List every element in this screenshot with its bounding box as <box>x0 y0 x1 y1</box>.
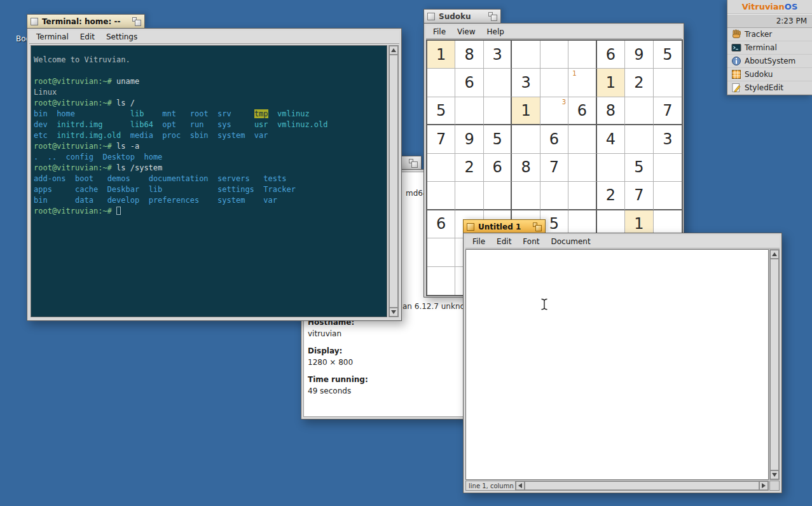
deskbar-menu[interactable]: VitruvianOS <box>727 0 812 14</box>
sudoku-cell-r3c5[interactable]: 3 <box>540 97 568 125</box>
sudoku-cell-r6c3[interactable] <box>484 182 512 210</box>
sudoku-cell-r5c6[interactable] <box>568 154 596 182</box>
sudoku-cell-r5c1[interactable] <box>427 154 455 182</box>
sudoku-cell-r4c4[interactable] <box>512 125 540 153</box>
sudoku-cell-r3c4[interactable]: 1 <box>512 97 540 125</box>
sudoku-menu-help[interactable]: Help <box>481 25 510 38</box>
scroll-right-button[interactable] <box>759 481 768 490</box>
sudoku-cell-r4c1[interactable]: 7 <box>427 125 455 153</box>
sudoku-cell-r5c3[interactable]: 6 <box>484 154 512 182</box>
sudoku-cell-r2c5[interactable] <box>540 69 568 97</box>
close-icon[interactable] <box>427 13 435 20</box>
sudoku-cell-r2c8[interactable]: 2 <box>625 69 653 97</box>
sudoku-cell-r1c6[interactable] <box>568 41 596 69</box>
sudoku-cell-r6c1[interactable] <box>427 182 455 210</box>
zoom-icon[interactable] <box>409 159 418 168</box>
stylededit-menu-edit[interactable]: Edit <box>491 235 517 248</box>
sudoku-cell-r8c1[interactable] <box>427 238 455 266</box>
scroll-up-button[interactable] <box>770 250 779 259</box>
sudoku-cell-r1c4[interactable] <box>512 41 540 69</box>
sudoku-cell-r5c4[interactable]: 8 <box>512 154 540 182</box>
sudoku-cell-r4c9[interactable]: 3 <box>654 125 682 153</box>
sudoku-cell-r1c8[interactable]: 9 <box>625 41 653 69</box>
terminal-view[interactable]: Welcome to Vitruvian. root@vitruvian:~# … <box>31 45 387 317</box>
sudoku-cell-r3c1[interactable]: 5 <box>427 97 455 125</box>
sudoku-cell-r2c9[interactable] <box>654 69 682 97</box>
scrollbar-thumb[interactable] <box>525 481 759 490</box>
sudoku-cell-r2c7[interactable]: 1 <box>597 69 625 97</box>
sudoku-cell-r3c2[interactable] <box>455 97 483 125</box>
scrollbar-thumb[interactable] <box>770 259 779 470</box>
stylededit-text-area[interactable] <box>465 249 769 480</box>
stylededit-vertical-scrollbar[interactable] <box>769 249 780 480</box>
sudoku-menu-view[interactable]: View <box>451 25 481 38</box>
scroll-down-button[interactable] <box>770 470 779 479</box>
sudoku-cell-r2c6[interactable]: 1 <box>568 69 596 97</box>
stylededit-horizontal-scrollbar[interactable] <box>515 481 769 491</box>
sudoku-cell-r1c2[interactable]: 8 <box>455 41 483 69</box>
terminal-scrollbar[interactable] <box>389 45 399 317</box>
sudoku-cell-r4c6[interactable] <box>568 125 596 153</box>
sudoku-cell-r1c5[interactable] <box>540 41 568 69</box>
sudoku-cell-r6c6[interactable] <box>568 182 596 210</box>
deskbar-item-terminal[interactable]: Terminal <box>727 41 812 55</box>
sudoku-cell-r5c9[interactable] <box>654 154 682 182</box>
resize-grip[interactable] <box>769 481 780 491</box>
deskbar-item-stylededit[interactable]: StyledEdit <box>727 81 812 95</box>
sudoku-cell-r1c1[interactable]: 1 <box>427 41 455 69</box>
sudoku-cell-r6c5[interactable] <box>540 182 568 210</box>
sudoku-window-tab[interactable]: Sudoku <box>423 9 501 23</box>
deskbar-item-tracker[interactable]: Tracker <box>727 28 812 41</box>
sudoku-cell-r1c9[interactable]: 5 <box>654 41 682 69</box>
sudoku-cell-r3c8[interactable] <box>625 97 653 125</box>
sudoku-cell-r6c2[interactable] <box>455 182 483 210</box>
terminal-menu-edit[interactable]: Edit <box>74 31 100 43</box>
sudoku-cell-r2c2[interactable]: 6 <box>455 69 483 97</box>
stylededit-window-tab[interactable]: Untitled 1 <box>463 219 546 233</box>
stylededit-menu-file[interactable]: File <box>467 235 491 248</box>
deskbar-clock[interactable]: 2:23 PM <box>727 14 812 28</box>
scrollbar-thumb[interactable] <box>389 55 398 308</box>
sudoku-cell-r5c2[interactable]: 2 <box>455 154 483 182</box>
sudoku-cell-r6c9[interactable] <box>654 182 682 210</box>
zoom-icon[interactable] <box>132 17 141 26</box>
deskbar-item-aboutsystem[interactable]: AboutSystem <box>727 55 812 68</box>
terminal-window-tab[interactable]: Terminal: home: -- <box>27 14 145 28</box>
scroll-left-button[interactable] <box>516 481 525 490</box>
sudoku-cell-r2c3[interactable] <box>484 69 512 97</box>
terminal-menu-settings[interactable]: Settings <box>100 31 143 43</box>
close-icon[interactable] <box>31 18 38 25</box>
sudoku-cell-r3c6[interactable]: 6 <box>568 97 596 125</box>
terminal-line: . .. config Desktop home <box>34 152 384 163</box>
close-icon[interactable] <box>467 223 474 231</box>
sudoku-cell-r6c7[interactable]: 2 <box>597 182 625 210</box>
sudoku-cell-r4c5[interactable]: 6 <box>540 125 568 153</box>
sudoku-cell-r4c8[interactable] <box>625 125 653 153</box>
sudoku-cell-r6c8[interactable]: 7 <box>625 182 653 210</box>
stylededit-menu-font[interactable]: Font <box>517 235 545 248</box>
scroll-up-button[interactable] <box>389 46 398 55</box>
sudoku-cell-r2c4[interactable]: 3 <box>512 69 540 97</box>
terminal-menu-terminal[interactable]: Terminal <box>31 31 74 43</box>
sudoku-cell-r5c7[interactable] <box>597 154 625 182</box>
sudoku-cell-r1c3[interactable]: 3 <box>484 41 512 69</box>
sudoku-cell-r4c7[interactable]: 4 <box>597 125 625 153</box>
sudoku-cell-r6c4[interactable] <box>512 182 540 210</box>
sudoku-cell-r2c1[interactable] <box>427 69 455 97</box>
sudoku-cell-r5c8[interactable]: 5 <box>625 154 653 182</box>
sudoku-cell-r1c7[interactable]: 6 <box>597 41 625 69</box>
sudoku-menu-file[interactable]: File <box>427 25 451 38</box>
zoom-icon[interactable] <box>533 222 542 231</box>
sudoku-cell-r9c1[interactable] <box>427 267 455 295</box>
sudoku-cell-r5c5[interactable]: 7 <box>540 154 568 182</box>
sudoku-cell-r3c3[interactable] <box>484 97 512 125</box>
sudoku-cell-r4c2[interactable]: 9 <box>455 125 483 153</box>
sudoku-cell-r4c3[interactable]: 5 <box>484 125 512 153</box>
deskbar-item-sudoku[interactable]: Sudoku <box>727 68 812 81</box>
sudoku-cell-r7c1[interactable]: 6 <box>427 210 455 238</box>
zoom-icon[interactable] <box>488 12 497 21</box>
scroll-down-button[interactable] <box>389 308 398 317</box>
stylededit-menu-document[interactable]: Document <box>545 235 596 248</box>
sudoku-cell-r3c9[interactable]: 7 <box>654 97 682 125</box>
sudoku-cell-r3c7[interactable]: 8 <box>597 97 625 125</box>
